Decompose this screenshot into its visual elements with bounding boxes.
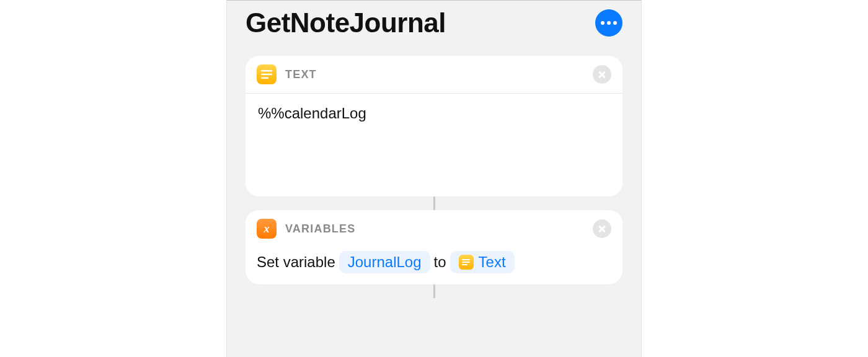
ellipsis-icon [613, 21, 617, 25]
action-type-label: TEXT [285, 68, 317, 81]
ellipsis-icon [607, 21, 611, 25]
svg-rect-5 [462, 264, 467, 265]
svg-rect-1 [261, 74, 272, 76]
set-variable-prefix: Set variable [257, 253, 335, 271]
set-variable-body: Set variable JournalLog to [246, 247, 622, 284]
action-card-header: TEXT [246, 56, 622, 93]
ellipsis-icon [601, 21, 604, 25]
variable-value-pill[interactable]: Text [450, 251, 515, 273]
action-type-label: VARIABLES [285, 223, 355, 236]
action-card-header: x VARIABLES [246, 210, 622, 247]
action-card-set-variable[interactable]: x VARIABLES Set variable JournalLog to [246, 210, 622, 284]
svg-rect-2 [261, 77, 268, 79]
shortcut-editor: GetNoteJournal TEXT [226, 0, 642, 357]
remove-action-button[interactable] [593, 65, 611, 84]
svg-rect-3 [462, 259, 470, 260]
flow-connector [433, 196, 435, 210]
editor-header: GetNoteJournal [227, 0, 641, 56]
remove-action-button[interactable] [593, 219, 611, 238]
more-menu-button[interactable] [595, 9, 622, 37]
shortcut-editor-canvas: GetNoteJournal TEXT [0, 0, 868, 357]
actions-flow: TEXT %%calendarLog x VARIABLES [227, 56, 641, 298]
variable-name-pill[interactable]: JournalLog [339, 251, 430, 273]
variable-name-label: JournalLog [348, 253, 422, 271]
variable-value-label: Text [479, 253, 506, 271]
text-action-content[interactable]: %%calendarLog [246, 94, 622, 196]
svg-rect-4 [462, 262, 470, 263]
shortcut-title: GetNoteJournal [246, 7, 446, 38]
svg-rect-0 [261, 70, 272, 72]
text-lines-icon [459, 255, 474, 270]
flow-connector [433, 284, 435, 298]
set-variable-middle: to [434, 253, 446, 271]
action-card-text[interactable]: TEXT %%calendarLog [246, 56, 622, 196]
variable-x-icon: x [257, 219, 277, 239]
text-lines-icon [257, 64, 277, 84]
